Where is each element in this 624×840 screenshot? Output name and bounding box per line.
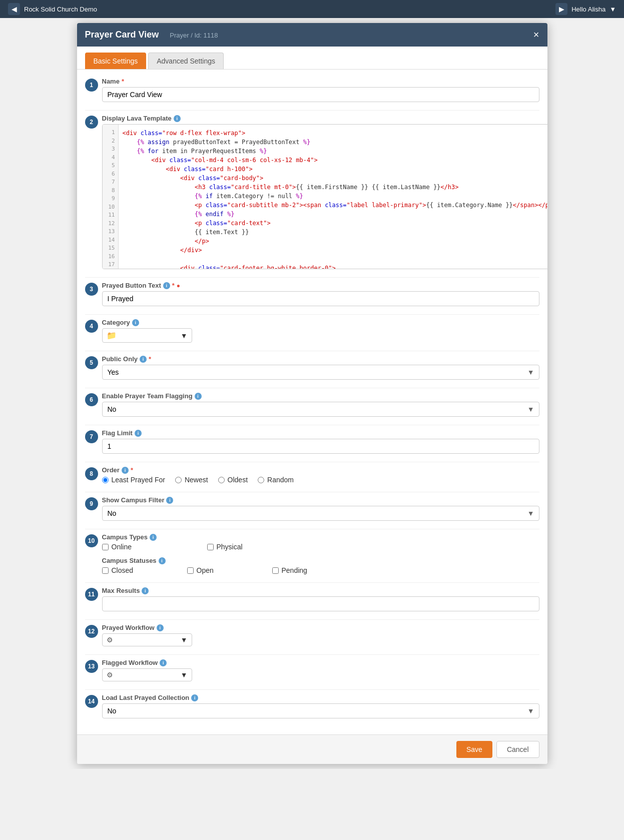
public-only-info-icon[interactable]: i: [140, 356, 147, 363]
campus-status-pending[interactable]: Pending: [272, 566, 352, 574]
flag-limit-info-icon[interactable]: i: [135, 430, 142, 437]
field-campus-types-row: 10 Campus Types i Online Physical: [85, 533, 539, 574]
modal-header: Prayer Card View Prayer / Id: 1118 ×: [77, 23, 547, 47]
modal-subtitle: Prayer / Id: 1118: [170, 32, 218, 39]
section-number-8: 8: [85, 467, 98, 480]
campus-status-open[interactable]: Open: [187, 566, 267, 574]
lava-info-icon[interactable]: i: [174, 115, 181, 122]
field-flag-limit-label: Flag Limit i: [102, 429, 539, 437]
field-max-results-content: Max Results i: [102, 587, 539, 611]
public-only-select-wrapper: Yes No ▼: [102, 365, 539, 380]
section-number-6: 6: [85, 393, 98, 406]
order-least-prayed-label: Least Prayed For: [112, 476, 165, 484]
field-campus-statuses-label: Campus Statuses i: [102, 557, 539, 564]
modal-body: 1 Name * 2 Display Lava Template i: [77, 70, 547, 734]
field-category-label: Category i: [102, 319, 539, 326]
field-campus-types-content: Campus Types i Online Physical Campu: [102, 533, 539, 574]
field-campus-filter-content: Show Campus Filter i No Yes ▼: [102, 496, 539, 521]
prayed-workflow-select[interactable]: ⚙ ▼: [102, 633, 192, 646]
field-prayed-workflow-content: Prayed Workflow i ⚙ ▼: [102, 624, 539, 646]
top-bar: ◀ Rock Solid Church Demo ▶ Hello Alisha …: [0, 0, 624, 18]
prayed-workflow-arrow: ▼: [181, 636, 188, 644]
field-lava-content: Display Lava Template i 1234567891011121…: [102, 115, 547, 269]
public-only-select[interactable]: Yes No: [102, 365, 539, 380]
order-least-prayed[interactable]: Least Prayed For: [102, 476, 165, 484]
modal: Prayer Card View Prayer / Id: 1118 × Bas…: [77, 23, 547, 764]
section-number-14: 14: [85, 695, 98, 708]
flagging-select-wrapper: No Yes ▼: [102, 402, 539, 417]
order-random-label: Random: [267, 476, 294, 484]
category-select[interactable]: 📁 ▼: [102, 328, 192, 343]
top-bar-right: ▶ Hello Alisha ▼: [555, 3, 616, 15]
campus-type-physical-checkbox[interactable]: [207, 544, 214, 550]
field-load-last-prayed-row: 14 Load Last Prayed Collection i No Yes …: [85, 694, 539, 718]
prayed-workflow-info-icon[interactable]: i: [157, 624, 164, 631]
campus-filter-select[interactable]: No Yes: [102, 506, 539, 521]
section-number-11: 11: [85, 588, 98, 601]
load-last-prayed-info-icon[interactable]: i: [191, 694, 198, 701]
field-flagging-label: Enable Prayer Team Flagging i: [102, 392, 539, 400]
section-number-10: 10: [85, 534, 98, 547]
campus-type-online-checkbox[interactable]: [102, 544, 109, 550]
order-oldest[interactable]: Oldest: [218, 476, 248, 484]
campus-statuses-info-icon[interactable]: i: [159, 557, 166, 564]
order-required: *: [131, 466, 133, 474]
campus-type-physical[interactable]: Physical: [207, 543, 307, 551]
flagged-workflow-select[interactable]: ⚙ ▼: [102, 668, 192, 681]
order-least-prayed-radio[interactable]: [102, 477, 109, 483]
nav-forward-button[interactable]: ▶: [555, 3, 567, 15]
category-info-icon[interactable]: i: [132, 319, 139, 326]
prayed-button-text-input[interactable]: [102, 291, 539, 306]
cancel-button[interactable]: Cancel: [496, 741, 539, 758]
order-random[interactable]: Random: [258, 476, 294, 484]
flag-limit-input[interactable]: [102, 439, 539, 454]
prayed-btn-info-icon[interactable]: i: [163, 282, 170, 289]
campus-status-open-checkbox[interactable]: [187, 567, 194, 574]
campus-types-checkboxes: Online Physical: [102, 543, 539, 551]
max-results-info-icon[interactable]: i: [142, 587, 149, 594]
save-button[interactable]: Save: [456, 741, 492, 758]
field-flagging-row: 6 Enable Prayer Team Flagging i No Yes ▼: [85, 392, 539, 417]
load-last-prayed-select[interactable]: No Yes: [102, 703, 539, 718]
tab-advanced-settings[interactable]: Advanced Settings: [148, 53, 224, 69]
flagged-workflow-arrow: ▼: [181, 671, 188, 679]
order-info-icon[interactable]: i: [122, 467, 129, 474]
flagged-workflow-info-icon[interactable]: i: [160, 659, 167, 666]
order-newest[interactable]: Newest: [175, 476, 208, 484]
campus-status-pending-checkbox[interactable]: [272, 567, 279, 574]
flagging-select[interactable]: No Yes: [102, 402, 539, 417]
flagging-info-icon[interactable]: i: [195, 393, 202, 400]
user-dropdown-icon[interactable]: ▼: [609, 6, 616, 13]
campus-filter-info-icon[interactable]: i: [166, 497, 173, 504]
field-public-only-label: Public Only i *: [102, 355, 539, 363]
order-newest-radio[interactable]: [175, 477, 182, 483]
order-oldest-radio[interactable]: [218, 477, 225, 483]
code-text[interactable]: <div class="row d-flex flex-wrap"> {% as…: [119, 125, 547, 269]
close-button[interactable]: ×: [533, 29, 539, 41]
load-last-prayed-select-wrapper: No Yes ▼: [102, 703, 539, 718]
campus-types-info-icon[interactable]: i: [150, 534, 157, 541]
campus-status-closed-label: Closed: [112, 566, 134, 574]
nav-back-button[interactable]: ◀: [8, 3, 20, 15]
name-input[interactable]: [102, 87, 539, 102]
tab-basic-settings[interactable]: Basic Settings: [85, 53, 147, 69]
field-prayed-btn-content: Prayed Button Text i * ●: [102, 282, 539, 306]
field-flagging-content: Enable Prayer Team Flagging i No Yes ▼: [102, 392, 539, 417]
field-order-label: Order i *: [102, 466, 539, 474]
workflow-icon-2: ⚙: [107, 671, 113, 679]
section-number-3: 3: [85, 283, 98, 296]
field-public-only-row: 5 Public Only i * Yes No ▼: [85, 355, 539, 380]
modal-title: Prayer Card View: [85, 30, 159, 40]
field-prayed-btn-row: 3 Prayed Button Text i * ●: [85, 282, 539, 306]
campus-status-closed-checkbox[interactable]: [102, 567, 109, 574]
campus-type-online[interactable]: Online: [102, 543, 202, 551]
order-oldest-label: Oldest: [228, 476, 248, 484]
modal-footer: Save Cancel: [77, 734, 547, 764]
max-results-input[interactable]: [102, 596, 539, 611]
prayed-btn-required: *: [172, 282, 175, 289]
field-load-last-prayed-label: Load Last Prayed Collection i: [102, 694, 539, 701]
field-prayed-workflow-label: Prayed Workflow i: [102, 624, 539, 631]
code-editor[interactable]: 1234567891011121314151617181920212223242…: [102, 124, 547, 269]
order-random-radio[interactable]: [258, 477, 264, 483]
campus-status-closed[interactable]: Closed: [102, 566, 182, 574]
